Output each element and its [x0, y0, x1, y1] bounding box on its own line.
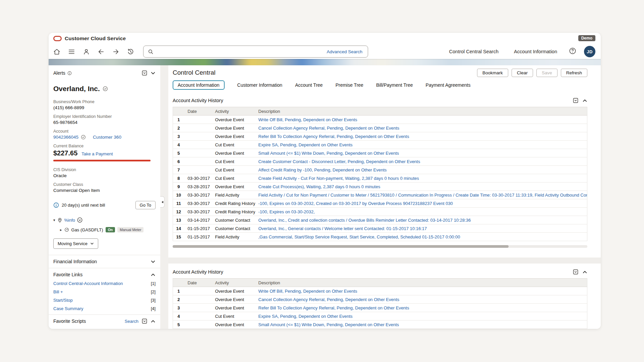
- contact-icon[interactable]: [81, 46, 92, 57]
- account-number-link[interactable]: 9042366045: [53, 135, 78, 140]
- column-header-rownum: [173, 107, 184, 116]
- chevron-down-icon[interactable]: [151, 71, 156, 76]
- description-link[interactable]: Small Amount (<= $1) Write Down, Pending…: [258, 322, 399, 327]
- tree-expand-toggle[interactable]: ▸: [60, 228, 62, 232]
- cell-description: Refer Bill To Collection Agency Referral…: [255, 132, 587, 141]
- description-link[interactable]: Affect Credit Rating by -100, Pending, D…: [258, 167, 387, 172]
- bookmark-button[interactable]: Bookmark: [477, 69, 508, 77]
- horizontal-scrollbar[interactable]: [173, 245, 587, 248]
- row-number: 11: [173, 199, 184, 208]
- panel-actions-icon[interactable]: [573, 98, 578, 103]
- chevron-up-icon[interactable]: [151, 272, 156, 277]
- description-link[interactable]: Refer Bill To Collection Agency Referral…: [258, 134, 409, 139]
- description-link[interactable]: Write Off Bill, Pending, Dependent on Ot…: [258, 117, 357, 122]
- home-icon[interactable]: [51, 46, 62, 57]
- take-a-payment-link[interactable]: Take a Payment: [81, 151, 113, 156]
- favorite-link[interactable]: Case Summary: [53, 306, 83, 311]
- description-link[interactable]: Cancel Collection Agency Referral, Pendi…: [258, 126, 400, 131]
- avatar[interactable]: JD: [584, 46, 595, 57]
- moving-service-button[interactable]: Moving Service: [53, 238, 98, 249]
- cell-date: 03-30-2017: [184, 174, 212, 183]
- table-row: 3Overdue EventRefer Bill To Collection A…: [173, 304, 587, 312]
- description-link[interactable]: Small Amount (<= $1) Write Down, Pending…: [258, 151, 399, 156]
- chevron-down-icon[interactable]: [151, 259, 156, 264]
- cell-description: Create Customer Contact - Disconnect Let…: [255, 157, 587, 166]
- info-icon: [67, 71, 72, 75]
- panel-actions-icon[interactable]: [142, 70, 147, 76]
- cell-date: 03-30-2017: [184, 199, 212, 208]
- panel-actions-icon[interactable]: [573, 269, 578, 275]
- search-input[interactable]: [157, 49, 327, 54]
- forward-arrow-icon[interactable]: [110, 46, 121, 57]
- control-central-search-link[interactable]: Control Central Search: [449, 49, 499, 54]
- cell-activity: Overdue Event: [212, 124, 255, 132]
- description-link[interactable]: -100, Expires on 03-30-2032,: [258, 209, 315, 214]
- row-number: 12: [173, 208, 184, 216]
- scripts-search-link[interactable]: Search: [125, 319, 138, 324]
- favorite-scripts-section[interactable]: Favorite Scripts Search: [53, 315, 156, 328]
- tab-payment-agreements[interactable]: Payment Agreements: [426, 82, 471, 88]
- description-link[interactable]: -100, Expires on 03-30-2032, Created on …: [258, 201, 453, 206]
- balance-label: Current Balance: [53, 144, 156, 148]
- account-activity-table: Date Activity Description 1Overdue Event…: [173, 107, 587, 241]
- description-link[interactable]: Field Activity / Cut for Non Payment / C…: [258, 193, 587, 198]
- description-link[interactable]: Cancel Collection Agency Referral, Pendi…: [258, 297, 400, 302]
- clear-button[interactable]: Clear: [512, 69, 533, 77]
- sidebar-collapse-handle[interactable]: [160, 196, 165, 208]
- row-number: 4: [173, 141, 184, 149]
- menu-icon[interactable]: [66, 46, 77, 57]
- cell-activity: Field Activity: [212, 191, 255, 199]
- description-link[interactable]: Refer Bill To Collection Agency Referral…: [258, 305, 409, 310]
- description-link[interactable]: Overland, Inc., Credit and collection co…: [258, 218, 471, 223]
- tab-premise-tree[interactable]: Premise Tree: [336, 82, 363, 88]
- alerts-section-title: Alerts: [53, 70, 65, 76]
- demo-badge: Demo: [578, 35, 595, 41]
- tab-customer-information[interactable]: Customer Information: [237, 82, 283, 88]
- customer-name: Overland, Inc.: [53, 85, 100, 93]
- help-icon[interactable]: [569, 47, 577, 56]
- history-icon[interactable]: [125, 46, 136, 57]
- premise-link[interactable]: %info: [64, 218, 75, 223]
- customer-360-link[interactable]: Customer 360: [93, 135, 121, 140]
- collapse-section-icon[interactable]: [582, 98, 587, 103]
- tab-bill-payment-tree[interactable]: Bill/Payment Tree: [376, 82, 413, 88]
- control-central-panel: Control Central Bookmark Clear Save Refr…: [168, 65, 601, 258]
- favorite-link-row: Bill + [2]: [53, 289, 156, 294]
- description-link[interactable]: Create Field Activity - Cut For Non-paym…: [258, 176, 419, 181]
- column-header-date: Date: [184, 279, 212, 287]
- description-link[interactable]: Create Cut Process(es), Waiting, 2,387 d…: [258, 184, 380, 189]
- description-link[interactable]: Create Customer Contact - Disconnect Let…: [258, 159, 420, 164]
- caret-down-icon: [90, 242, 94, 245]
- favorite-link[interactable]: Start/Stop: [53, 298, 73, 303]
- favorite-link[interactable]: Control Central-Account Information: [53, 281, 123, 286]
- favorite-link[interactable]: Bill +: [53, 289, 63, 294]
- tree-collapse-toggle[interactable]: ▾: [53, 218, 55, 222]
- chevron-up-icon[interactable]: [151, 319, 156, 324]
- table-row: 1103-30-2017Credit Rating History-100, E…: [173, 199, 587, 208]
- scrollbar-thumb[interactable]: [173, 245, 509, 248]
- favorite-links-section[interactable]: Favorite Links: [53, 268, 156, 281]
- search-bar[interactable]: Advanced Search: [143, 46, 368, 58]
- refresh-button[interactable]: Refresh: [561, 69, 587, 77]
- financial-information-section[interactable]: Financial Information: [53, 255, 156, 268]
- account-information-link[interactable]: Account Information: [514, 49, 557, 54]
- description-link[interactable]: Expire SA, Pending, Dependent on Other E…: [258, 142, 353, 147]
- row-number: 13: [173, 216, 184, 224]
- collapse-section-icon[interactable]: [582, 270, 587, 275]
- go-to-button[interactable]: Go To: [135, 201, 156, 209]
- tab-account-information[interactable]: Account Information: [173, 80, 225, 90]
- circled-chevron-icon[interactable]: [77, 217, 82, 223]
- save-button[interactable]: Save: [536, 69, 558, 77]
- description-link[interactable]: ,Gas Commercial, Start/Stop Service Requ…: [258, 234, 460, 239]
- advanced-search-link[interactable]: Advanced Search: [327, 49, 362, 54]
- tab-account-tree[interactable]: Account Tree: [295, 82, 323, 88]
- cell-description: Cancel Collection Agency Referral, Pendi…: [255, 295, 587, 304]
- row-number: 3: [173, 132, 184, 141]
- description-link[interactable]: Overland, Inc., General contacts / Welco…: [258, 226, 427, 231]
- back-arrow-icon[interactable]: [96, 46, 106, 57]
- description-link[interactable]: Expire SA, Pending, Dependent on Other E…: [258, 314, 353, 319]
- row-number: 3: [173, 304, 184, 312]
- panel-actions-icon[interactable]: [142, 318, 147, 324]
- description-link[interactable]: Write Off Bill, Pending, Dependent on Ot…: [258, 289, 357, 294]
- cell-description: ,Gas Commercial, Start/Stop Service Requ…: [255, 233, 587, 241]
